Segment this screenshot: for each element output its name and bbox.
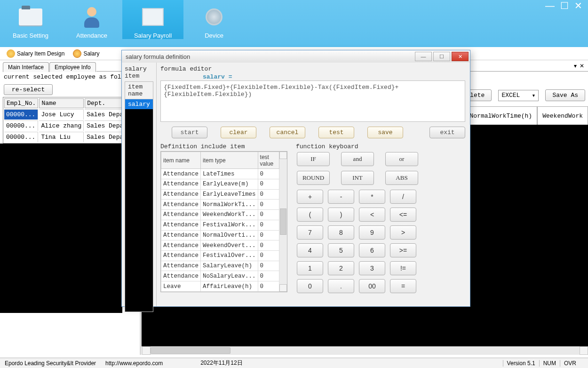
table-row[interactable]: AttendanceNoSalaryLeav...0 xyxy=(161,271,279,281)
fn-abs-button[interactable]: ABS xyxy=(385,171,418,185)
table-row[interactable]: AttendanceEarlyLeaveTimes0 xyxy=(161,189,279,200)
fn-or-button[interactable]: or xyxy=(385,152,418,166)
start-button[interactable]: start xyxy=(172,127,207,138)
ribbon-basic-setting[interactable]: Basic Setting xyxy=(0,0,61,39)
table-row[interactable]: AttendanceNormalOverti...0 xyxy=(161,230,279,240)
clear-button[interactable]: clear xyxy=(221,127,256,138)
op-button[interactable]: 2 xyxy=(328,261,354,275)
op-button[interactable]: > xyxy=(390,225,416,240)
col-weekend[interactable]: WeekendWork xyxy=(537,107,588,125)
op-button[interactable]: 7 xyxy=(297,225,323,240)
definition-scrollbar[interactable] xyxy=(279,152,287,292)
table-row[interactable]: AttendanceLateTimes0 xyxy=(161,169,279,179)
table-row[interactable]: AttendanceEarlyLeave(m)0 xyxy=(161,179,279,189)
op-button[interactable]: ( xyxy=(297,208,323,222)
cell-type: EarlyLeave(m) xyxy=(201,179,258,189)
op-button[interactable]: < xyxy=(359,208,385,222)
op-button[interactable]: != xyxy=(390,261,416,275)
tab-close-icon[interactable]: ✕ xyxy=(580,63,584,69)
test-button[interactable]: test xyxy=(318,127,354,138)
col-emplno[interactable]: Empl_No. xyxy=(4,98,38,108)
table-row[interactable]: 00000... Tina Liu Sales Depart xyxy=(4,132,133,142)
list-header[interactable]: item name xyxy=(125,82,153,99)
table-row[interactable]: AttendanceFestivalWork...0 xyxy=(161,220,279,230)
col-name[interactable]: Name xyxy=(39,98,84,108)
op-button[interactable]: * xyxy=(359,190,385,204)
dialog-maximize-icon[interactable]: ☐ xyxy=(433,52,450,61)
salary-item-list[interactable]: item name salary xyxy=(125,81,153,312)
col-item-name[interactable]: item name xyxy=(161,152,201,169)
op-button[interactable]: 5 xyxy=(328,243,354,257)
exit-button[interactable]: exit xyxy=(429,127,465,138)
op-button[interactable]: . xyxy=(328,279,354,293)
op-button[interactable]: 8 xyxy=(328,225,354,240)
save-as-button[interactable]: Save As xyxy=(545,89,585,101)
cell-test: 0 xyxy=(258,271,279,281)
table-row[interactable]: AttendanceWeekendOvert...0 xyxy=(161,240,279,251)
scroll-left-icon[interactable] xyxy=(142,346,151,355)
tab-menu-icon[interactable]: ▾ xyxy=(574,63,577,69)
table-row[interactable]: AttendanceSalaryLeave(h)0 xyxy=(161,261,279,271)
cell-name: Attendance xyxy=(161,250,201,261)
horizontal-scrollbar[interactable] xyxy=(142,346,588,355)
table-row[interactable]: 00000... Jose Lucy Sales Depart xyxy=(4,109,133,120)
coin-icon xyxy=(7,49,15,58)
salary-link[interactable]: Salary xyxy=(73,49,99,58)
close-icon[interactable]: ✕ xyxy=(574,2,582,9)
status-url[interactable]: http://www.epordo.com xyxy=(101,360,167,367)
op-button[interactable]: >= xyxy=(390,243,416,257)
table-row[interactable]: 00000... Alice zhang Sales Depart xyxy=(4,120,133,131)
ribbon-attendance[interactable]: Attendance xyxy=(61,0,122,39)
op-button[interactable]: 0 xyxy=(297,279,323,293)
table-row[interactable]: AttendanceNormalWorkTi...0 xyxy=(161,200,279,210)
op-button[interactable]: 1 xyxy=(297,261,323,275)
op-button[interactable]: 6 xyxy=(359,243,385,257)
op-button[interactable]: <= xyxy=(390,208,416,222)
dialog-minimize-icon[interactable]: — xyxy=(415,52,432,61)
tab-employee-info[interactable]: Employee Info xyxy=(49,62,96,72)
fn-if-button[interactable]: IF xyxy=(297,152,330,166)
scroll-thumb[interactable] xyxy=(151,347,230,354)
op-button[interactable]: - xyxy=(328,190,354,204)
table-row[interactable]: AttendanceFestivalOver...0 xyxy=(161,250,279,261)
save-button[interactable]: save xyxy=(367,127,403,138)
scroll-track[interactable] xyxy=(279,159,287,208)
op-button[interactable]: = xyxy=(390,279,416,293)
formula-textarea[interactable]: {FixedItem.Fixed}+{FlexibleItem.Flexible… xyxy=(160,80,465,122)
fn-round-button[interactable]: ROUND xyxy=(297,171,330,185)
op-button[interactable]: 00 xyxy=(359,279,385,293)
op-button[interactable]: 4 xyxy=(297,243,323,257)
cell-type: NoSalaryLeav... xyxy=(201,271,258,281)
scroll-track[interactable] xyxy=(279,235,287,284)
dialog-titlebar[interactable]: salary formula definition — ☐ ✕ xyxy=(122,50,470,63)
ribbon-salary-payroll[interactable]: Salary Payroll xyxy=(122,0,183,39)
cancel-button[interactable]: cancel xyxy=(270,127,305,138)
tab-main-interface[interactable]: Main Interface xyxy=(3,62,49,72)
cell-type: WeekendOvert... xyxy=(201,240,258,251)
fn-and-button[interactable]: and xyxy=(341,152,374,166)
table-row[interactable]: AttendanceWeekendWorkT...0 xyxy=(161,210,279,220)
definition-label: Definition include item xyxy=(160,143,287,150)
maximize-icon[interactable]: ☐ xyxy=(560,2,569,9)
ribbon-device[interactable]: Device xyxy=(183,0,245,39)
op-button[interactable]: 9 xyxy=(359,225,385,240)
scroll-thumb[interactable] xyxy=(280,208,286,235)
list-item-salary[interactable]: salary xyxy=(125,99,153,109)
col-normalwork[interactable]: NormalWorkTime(h) xyxy=(465,107,538,125)
dialog-close-icon[interactable]: ✕ xyxy=(452,52,469,61)
salary-item-design[interactable]: Salary Item Design xyxy=(7,49,64,58)
table-row[interactable]: LeaveAffairLeave(h)0 xyxy=(161,281,279,292)
scroll-right-icon[interactable] xyxy=(580,346,588,355)
export-format-select[interactable]: EXCEL ▾ xyxy=(498,90,539,101)
op-button[interactable]: + xyxy=(297,190,323,204)
scroll-up-icon[interactable] xyxy=(279,152,287,159)
col-test-value[interactable]: test value xyxy=(258,152,279,169)
col-item-type[interactable]: item type xyxy=(201,152,258,169)
op-button[interactable]: ) xyxy=(328,208,354,222)
scroll-down-icon[interactable] xyxy=(279,284,287,292)
minimize-icon[interactable]: — xyxy=(545,2,555,9)
op-button[interactable]: / xyxy=(390,190,416,204)
reselect-button[interactable]: re-select xyxy=(4,84,53,95)
op-button[interactable]: 3 xyxy=(359,261,385,275)
fn-int-button[interactable]: INT xyxy=(341,171,374,185)
